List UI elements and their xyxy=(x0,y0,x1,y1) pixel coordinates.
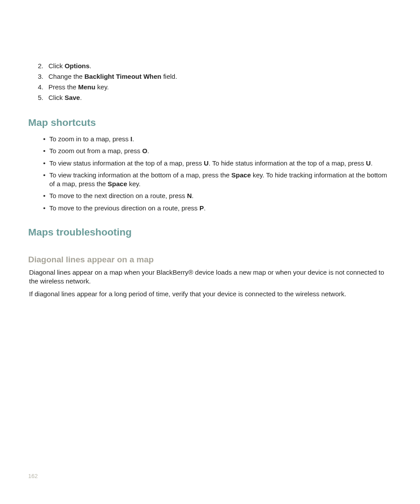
shortcut-item: To view tracking information at the bott… xyxy=(43,171,392,189)
step-number: 2. xyxy=(38,61,48,71)
troubleshooting-paragraph: Diagonal lines appear on a map when your… xyxy=(29,268,392,286)
step-item: 5.Click Save. xyxy=(38,92,392,103)
shortcut-item: To move to the next direction on a route… xyxy=(43,191,392,200)
troubleshooting-paragraph: If diagonal lines appear for a long peri… xyxy=(29,290,392,299)
step-number: 5. xyxy=(38,92,48,103)
step-item: 2.Click Options. xyxy=(38,61,392,71)
shortcut-item: To zoom out from a map, press O. xyxy=(43,147,392,155)
step-text: Click Save. xyxy=(48,92,392,103)
step-number: 4. xyxy=(38,82,48,92)
step-text: Click Options. xyxy=(48,61,392,71)
heading-maps-troubleshooting: Maps troubleshooting xyxy=(28,227,392,238)
page-content: 2.Click Options.3.Change the Backlight T… xyxy=(28,0,392,299)
shortcut-item: To zoom in to a map, press I. xyxy=(43,135,392,143)
map-shortcuts-list: To zoom in to a map, press I.To zoom out… xyxy=(43,135,392,213)
step-text: Press the Menu key. xyxy=(48,82,392,92)
page-number: 162 xyxy=(28,473,38,479)
step-number: 3. xyxy=(38,71,48,82)
heading-diagonal-lines: Diagonal lines appear on a map xyxy=(28,255,392,265)
heading-map-shortcuts: Map shortcuts xyxy=(28,117,392,129)
step-item: 4.Press the Menu key. xyxy=(38,82,392,92)
shortcut-item: To view status information at the top of… xyxy=(43,159,392,168)
numbered-steps: 2.Click Options.3.Change the Backlight T… xyxy=(38,61,392,103)
shortcut-item: To move to the previous direction on a r… xyxy=(43,204,392,213)
step-item: 3.Change the Backlight Timeout When fiel… xyxy=(38,71,392,82)
step-text: Change the Backlight Timeout When field. xyxy=(48,71,392,82)
